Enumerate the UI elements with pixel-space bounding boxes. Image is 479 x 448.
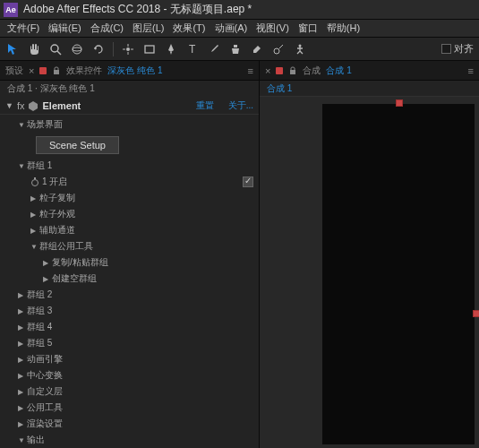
aux-channel-row[interactable]: ▶辅助通道 [0,222,259,238]
svg-rect-5 [145,46,154,53]
svg-rect-15 [290,70,295,74]
copy-paste-group-row[interactable]: ▶复制/粘贴群组 [0,254,259,271]
hand-tool-icon[interactable] [27,42,41,56]
group-4-row[interactable]: ▶群组 4 [0,319,259,335]
menu-edit[interactable]: 编辑(E) [48,22,81,35]
group-1-enable-row[interactable]: 1 开启 [0,174,259,190]
brush-tool-icon[interactable] [207,42,221,56]
scene-interface-row[interactable]: ▼场景界面 [0,116,259,133]
lock-icon[interactable] [52,66,61,75]
svg-point-4 [126,47,130,51]
group-tools-row[interactable]: ▼群组公用工具 [0,238,259,254]
panel-menu-icon[interactable]: ≡ [468,65,474,76]
effect-name: Element [42,100,181,111]
snap-checkbox-icon [441,44,451,54]
orbit-tool-icon[interactable] [70,42,84,56]
effect-caret-icon: ▼ [5,101,13,110]
effect-properties-tree: ▼场景界面 Scene Setup ▼群组 1 1 开启 ▶粒子复制 ▶粒子外观… [0,115,259,448]
composition-link[interactable]: 合成 1 [326,65,351,77]
effect-controls-tab-label[interactable]: 效果控件 [66,65,102,77]
menu-help[interactable]: 帮助(H) [327,22,360,35]
group-2-row[interactable]: ▶群组 2 [0,287,259,303]
particle-copy-row[interactable]: ▶粒子复制 [0,190,259,206]
render-settings-row[interactable]: ▶渲染设置 [0,416,259,432]
pan-behind-tool-icon[interactable] [121,42,135,56]
menu-view[interactable]: 视图(V) [256,22,289,35]
effect-about-link[interactable]: 关于... [228,99,253,112]
window-title: Adobe After Effects CC 2018 - 无标题项目.aep … [23,2,252,17]
svg-point-8 [274,48,279,54]
create-empty-group-row[interactable]: ▶创建空群组 [0,271,259,287]
svg-rect-10 [54,70,59,74]
type-tool-icon[interactable]: T [185,42,200,56]
animation-engine-row[interactable]: ▶动画引擎 [0,351,259,367]
roto-brush-tool-icon[interactable] [271,42,286,56]
utility-tools-row[interactable]: ▶公用工具 [0,400,259,416]
rect-tool-icon[interactable] [142,42,157,56]
menu-effect[interactable]: 效果(T) [173,22,205,35]
menu-animation[interactable]: 动画(A) [215,22,248,35]
output-row[interactable]: ▼输出 [0,432,259,448]
composition-tab-label[interactable]: 合成 [303,65,321,77]
enable-checkbox[interactable] [243,177,253,187]
toolbar: T 对齐 [0,38,479,61]
left-panel-tabs: 预设 × 效果控件 深灰色 纯色 1 ≡ [0,61,259,81]
svg-point-0 [51,45,58,52]
svg-point-3 [73,47,81,51]
right-panel-tabs: × 合成 合成 1 ≡ [260,61,479,81]
effect-cube-icon [28,100,38,111]
lock-icon[interactable] [288,66,297,75]
svg-point-2 [73,45,81,54]
group-3-row[interactable]: ▶群组 3 [0,303,259,319]
panel-menu-icon[interactable]: ≡ [248,65,253,76]
transform-handle-icon[interactable] [396,99,403,107]
menu-window[interactable]: 窗口 [298,22,318,35]
rotate-tool-icon[interactable] [91,42,106,56]
composition-panel: × 合成 合成 1 ≡ 合成 1 [260,61,479,448]
clone-stamp-tool-icon[interactable] [228,42,243,56]
record-indicator-icon [39,67,47,74]
scene-setup-button[interactable]: Scene Setup [36,136,119,154]
composition-breadcrumb[interactable]: 合成 1 [260,81,479,97]
menu-composition[interactable]: 合成(C) [90,22,124,35]
svg-point-11 [32,180,38,186]
svg-line-1 [57,51,61,55]
toolbar-separator [113,42,114,56]
selection-tool-icon[interactable] [5,42,20,56]
composition-viewport[interactable] [260,97,479,448]
app-logo: Ae [4,3,18,17]
group-1-row[interactable]: ▼群组 1 [0,158,259,174]
group-5-row[interactable]: ▶群组 5 [0,335,259,351]
puppet-tool-icon[interactable] [293,42,307,56]
effect-controls-breadcrumb: 合成 1 · 深灰色 纯色 1 [0,81,259,97]
menubar: 文件(F) 编辑(E) 合成(C) 图层(L) 效果(T) 动画(A) 视图(V… [0,20,479,38]
fx-badge-icon: fx [17,100,25,111]
layer-link[interactable]: 深灰色 纯色 1 [107,65,162,77]
snap-toggle[interactable]: 对齐 [441,42,474,56]
preset-tab-label[interactable]: 预设 [5,65,23,77]
tab-close-icon[interactable]: × [265,65,270,76]
window-titlebar: Ae Adobe After Effects CC 2018 - 无标题项目.a… [0,0,479,20]
effect-reset-link[interactable]: 重置 [196,99,214,112]
eraser-tool-icon[interactable] [250,42,264,56]
transform-handle-icon[interactable] [473,310,479,317]
record-indicator-icon [276,67,283,74]
custom-layer-row[interactable]: ▶自定义层 [0,383,259,400]
snap-label: 对齐 [454,42,474,56]
pen-tool-icon[interactable] [164,42,178,56]
svg-rect-12 [34,177,36,179]
svg-rect-7 [234,45,237,47]
menu-layer[interactable]: 图层(L) [133,22,164,35]
zoom-tool-icon[interactable] [48,42,63,56]
particle-look-row[interactable]: ▶粒子外观 [0,206,259,222]
svg-text:T: T [189,43,196,56]
menu-file[interactable]: 文件(F) [7,22,39,35]
tab-close-icon[interactable]: × [29,65,34,76]
composition-canvas[interactable] [322,104,475,444]
stopwatch-icon[interactable] [30,177,39,186]
effect-controls-panel: 预设 × 效果控件 深灰色 纯色 1 ≡ 合成 1 · 深灰色 纯色 1 ▼ f… [0,61,260,448]
center-transform-row[interactable]: ▶中心变换 [0,367,259,383]
effect-header[interactable]: ▼ fx Element 重置 关于... [0,97,259,115]
